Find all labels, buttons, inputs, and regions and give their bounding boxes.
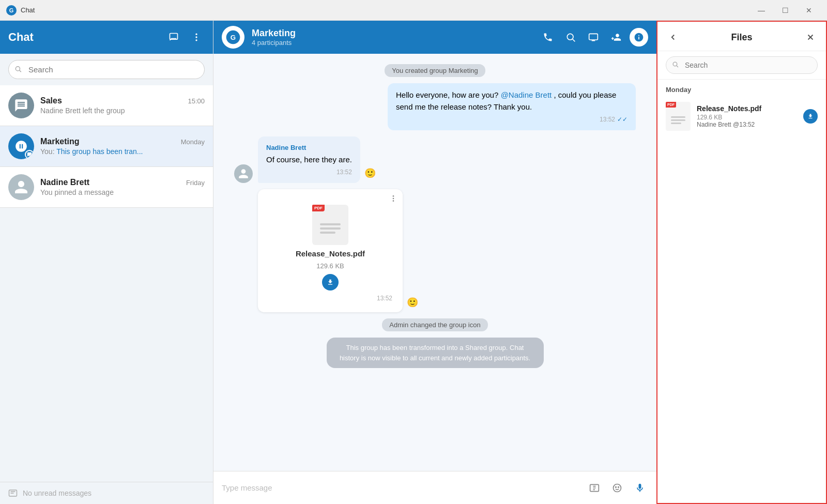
svg-line-5 xyxy=(20,70,21,72)
add-participant-button[interactable] xyxy=(607,28,625,47)
svg-point-8 xyxy=(567,34,573,40)
files-panel-title: Files xyxy=(684,32,799,43)
chat-item-nadine-top: Nadine Brett Friday xyxy=(40,178,205,187)
files-search-inner xyxy=(666,56,818,74)
app-body: Chat xyxy=(0,21,827,504)
files-back-button[interactable] xyxy=(666,30,680,44)
nadine-message-bubble: Nadine Brett Of course, here they are. 1… xyxy=(258,136,360,183)
chat-item-nadine-info: Nadine Brett Friday You pinned a message xyxy=(40,178,205,196)
titlebar: G Chat — ☐ ✕ xyxy=(0,0,827,21)
chat-list: Sales 15:00 Nadine Brett left the group xyxy=(0,85,213,482)
app-logo: G xyxy=(6,5,17,16)
emoji-reaction-file[interactable]: 🙂 xyxy=(407,297,418,308)
msg-row-my-hello: Hello everyone, how are you? @Nadine Bre… xyxy=(234,83,636,130)
chat-item-marketing[interactable]: Marketing Monday You: This group has bee… xyxy=(0,126,213,167)
avatar-marketing xyxy=(8,133,34,159)
file-download-button[interactable] xyxy=(322,274,339,291)
files-search-icon xyxy=(672,61,679,69)
chat-header-info: Marketing 4 participants xyxy=(252,28,531,47)
nadine-sender-name: Nadine Brett xyxy=(266,143,352,153)
file-name: Release_Notes.pdf xyxy=(296,249,365,258)
chat-item-sales-time: 15:00 xyxy=(188,97,205,105)
chat-item-nadine-preview: You pinned a message xyxy=(40,188,205,196)
info-button[interactable] xyxy=(630,28,648,47)
chat-item-marketing-name: Marketing xyxy=(40,137,80,146)
avatar-nadine-msg xyxy=(234,164,253,183)
svg-point-4 xyxy=(16,66,20,70)
minimize-button[interactable]: — xyxy=(749,0,773,21)
chat-item-marketing-preview: You: This group has been tran... xyxy=(40,147,205,156)
file-item-download-button[interactable] xyxy=(803,109,818,124)
chat-item-marketing-top: Marketing Monday xyxy=(40,137,205,146)
emoji-reaction-other[interactable]: 🙂 xyxy=(364,167,376,179)
sidebar-title: Chat xyxy=(8,30,34,44)
files-search-input[interactable] xyxy=(666,56,818,74)
system-msg-created: You created group Marketing xyxy=(385,64,485,77)
emoji-button[interactable] xyxy=(609,480,625,496)
chat-header-avatar: G xyxy=(222,26,244,49)
phone-call-button[interactable] xyxy=(539,28,557,47)
svg-line-21 xyxy=(677,66,678,67)
svg-point-15 xyxy=(614,484,621,492)
pdf-icon: PDF xyxy=(312,205,348,245)
search-icon xyxy=(14,65,22,74)
svg-rect-10 xyxy=(589,34,598,40)
file-item-name: Release_Notes.pdf xyxy=(697,104,797,113)
file-more-icon[interactable] xyxy=(389,194,397,205)
file-item-info: Release_Notes.pdf 129.6 KB Nadine Brett … xyxy=(697,104,797,128)
chat-input-bar xyxy=(213,471,656,504)
maximize-button[interactable]: ☐ xyxy=(773,0,797,21)
microphone-button[interactable] xyxy=(632,480,648,496)
file-item-sender: Nadine Brett @13:52 xyxy=(697,121,797,128)
sidebar-footer: No unread messages xyxy=(0,482,213,504)
message-input[interactable] xyxy=(222,483,580,492)
no-unread-text: No unread messages xyxy=(23,489,91,497)
svg-point-17 xyxy=(618,486,619,487)
chat-item-sales-info: Sales 15:00 Nadine Brett left the group xyxy=(40,96,205,115)
search-input[interactable] xyxy=(8,60,205,79)
my-message-text: Hello everyone, how are you? @Nadine Bre… xyxy=(396,90,616,111)
attach-file-button[interactable] xyxy=(586,480,603,496)
avatar-sales xyxy=(8,93,34,118)
file-message-wrapper: PDF Release_Notes.pdf 129.6 KB xyxy=(258,189,403,312)
sidebar-header: Chat xyxy=(0,21,213,54)
chat-search-button[interactable] xyxy=(561,28,580,47)
pdf-tag: PDF xyxy=(312,205,325,211)
svg-point-11 xyxy=(393,195,394,197)
system-msg-icon: Admin changed the group icon xyxy=(382,318,487,331)
chat-item-sales[interactable]: Sales 15:00 Nadine Brett left the group xyxy=(0,85,213,126)
chat-item-sales-top: Sales 15:00 xyxy=(40,96,205,105)
svg-point-20 xyxy=(673,62,677,66)
chat-item-nadine-name: Nadine Brett xyxy=(40,178,89,187)
compose-icon[interactable] xyxy=(165,29,182,45)
chat-header-name: Marketing xyxy=(252,28,531,39)
my-message-bubble: Hello everyone, how are you? @Nadine Bre… xyxy=(388,83,636,130)
my-message-wrapper: Hello everyone, how are you? @Nadine Bre… xyxy=(388,83,636,130)
chat-header-actions xyxy=(539,28,648,47)
close-button[interactable]: ✕ xyxy=(797,0,821,21)
chat-item-marketing-time: Monday xyxy=(181,138,205,146)
svg-point-16 xyxy=(616,486,617,487)
svg-point-1 xyxy=(195,34,197,35)
app-title: Chat xyxy=(21,6,749,14)
files-close-button[interactable] xyxy=(803,30,818,44)
svg-point-3 xyxy=(195,39,197,41)
svg-point-13 xyxy=(393,200,394,202)
files-search-area xyxy=(657,51,826,80)
chat-item-nadine[interactable]: Nadine Brett Friday You pinned a message xyxy=(0,167,213,208)
nadine-message-wrapper: Nadine Brett Of course, here they are. 1… xyxy=(258,136,360,183)
avatar-nadine xyxy=(8,174,34,200)
screen-share-button[interactable] xyxy=(584,28,603,47)
file-item-release-notes[interactable]: PDF Release_Notes.pdf 129.6 KB Nadine Br… xyxy=(657,97,826,136)
chat-messages: You created group Marketing Hello everyo… xyxy=(213,54,656,471)
file-time: 13:52 xyxy=(268,295,392,302)
file-bubble[interactable]: PDF Release_Notes.pdf 129.6 KB xyxy=(258,189,403,312)
group-notification: This group has been transformed into a S… xyxy=(327,338,544,368)
window-controls: — ☐ ✕ xyxy=(749,0,821,21)
read-check: ✓✓ xyxy=(617,115,627,124)
msg-row-nadine-reply: Nadine Brett Of course, here they are. 1… xyxy=(234,136,636,183)
more-options-icon[interactable] xyxy=(188,29,205,45)
sidebar-header-icons xyxy=(165,29,205,45)
my-message-time: 13:52 ✓✓ xyxy=(396,115,627,124)
sidebar: Chat xyxy=(0,21,213,504)
